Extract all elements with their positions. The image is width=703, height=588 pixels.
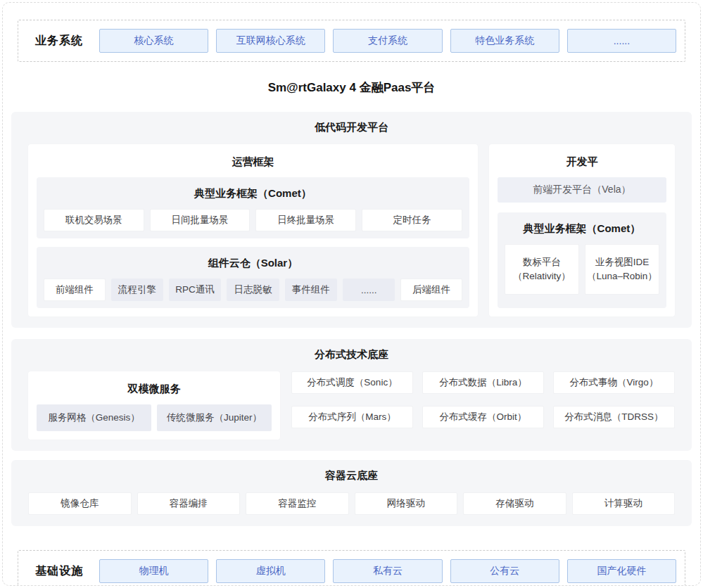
business-system-button[interactable]: 特色业务系统: [450, 29, 559, 53]
vela-frontend-platform-button[interactable]: 前端开发平台（Vela）: [498, 177, 666, 203]
solar-warehouse-title: 组件云仓（Solar）: [44, 257, 462, 270]
operation-framework-title: 运营框架: [37, 155, 469, 169]
luna-robin-name: 业务视图IDE: [595, 255, 650, 269]
luna-robin-codename: （Luna–Robin）: [587, 269, 657, 283]
operation-framework-card: 运营框架 典型业务框架（Comet） 联机交易场景 日间批量场景 日终批量场景 …: [28, 144, 478, 317]
comet-scene-button[interactable]: 联机交易场景: [44, 209, 144, 231]
solar-component-button[interactable]: RPC通讯: [169, 279, 221, 301]
distributed-service-button[interactable]: 分布式序列（Mars）: [291, 406, 413, 428]
infrastructure-button[interactable]: 国产化硬件: [567, 559, 676, 583]
business-system-button[interactable]: 核心系统: [99, 29, 208, 53]
solar-component-button[interactable]: 流程引擎: [111, 279, 163, 301]
luna-robin-ide-button[interactable]: 业务视图IDE （Luna–Robin）: [585, 244, 659, 295]
distributed-service-button[interactable]: 分布式调度（Sonic）: [291, 371, 413, 394]
distributed-base-title: 分布式技术底座: [28, 348, 675, 362]
container-capability-button[interactable]: 计算驱动: [572, 492, 676, 515]
page-title: Sm@rtGalaxy 4 金融Paas平台: [3, 79, 700, 96]
dev-platform-title: 开发平: [498, 155, 666, 169]
relativity-codename: （Relativity）: [513, 269, 571, 283]
infrastructure-button[interactable]: 物理机: [99, 559, 208, 583]
infrastructure-strip: 基础设施 物理机 虚拟机 私有云 公有云 国产化硬件: [18, 550, 685, 586]
lowcode-platform-title: 低代码开发平台: [28, 121, 675, 134]
distributed-service-button[interactable]: 分布式数据（Libra）: [422, 371, 544, 394]
container-capability-button[interactable]: 容器监控: [246, 492, 349, 515]
solar-component-button[interactable]: 日志脱敏: [227, 279, 279, 301]
comet-framework-title: 典型业务框架（Comet）: [44, 187, 462, 200]
dev-comet-title: 典型业务框架（Comet）: [505, 222, 659, 236]
distributed-service-button[interactable]: 分布式消息（TDRSS）: [553, 406, 675, 428]
business-systems-strip: 业务系统 核心系统 互联网核心系统 支付系统 特色业务系统 ......: [18, 20, 685, 62]
container-capability-button[interactable]: 容器编排: [137, 492, 241, 515]
infrastructure-button[interactable]: 公有云: [450, 559, 559, 583]
infrastructure-label: 基础设施: [27, 564, 91, 579]
dual-mode-microservice-card: 双模微服务 服务网格（Genesis） 传统微服务（Jupiter）: [28, 371, 280, 440]
container-capability-button[interactable]: 存储驱动: [463, 492, 566, 515]
platform-architecture-page: 业务系统 核心系统 互联网核心系统 支付系统 特色业务系统 ...... Sm@…: [2, 2, 701, 586]
distributed-services-grid: 分布式调度（Sonic） 分布式数据（Libra） 分布式事物（Virgo） 分…: [291, 371, 675, 428]
solar-front-component-button[interactable]: 前端组件: [44, 279, 106, 301]
infrastructure-button[interactable]: 虚拟机: [216, 559, 325, 583]
relativity-name: 数标平台: [523, 255, 561, 269]
comet-framework-subcard: 典型业务框架（Comet） 联机交易场景 日间批量场景 日终批量场景 定时任务: [37, 177, 469, 238]
comet-scene-button[interactable]: 定时任务: [362, 209, 462, 231]
relativity-platform-button[interactable]: 数标平台 （Relativity）: [505, 244, 579, 295]
comet-scene-button[interactable]: 日终批量场景: [255, 209, 356, 231]
container-cloud-title: 容器云底座: [28, 469, 675, 482]
dev-platform-card: 开发平 前端开发平台（Vela） 典型业务框架（Comet） 数标平台 （Rel…: [489, 144, 675, 317]
solar-component-button[interactable]: 事件组件: [285, 279, 337, 301]
solar-back-component-button[interactable]: 后端组件: [400, 279, 462, 301]
lowcode-platform-panel: 低代码开发平台 运营框架 典型业务框架（Comet） 联机交易场景 日间批量场景…: [11, 112, 692, 328]
jupiter-microservice-button[interactable]: 传统微服务（Jupiter）: [157, 404, 272, 431]
dual-mode-title: 双模微服务: [37, 383, 272, 396]
business-systems-label: 业务系统: [27, 34, 91, 49]
comet-scene-button[interactable]: 日间批量场景: [150, 209, 251, 231]
infrastructure-button[interactable]: 私有云: [333, 559, 442, 583]
container-cloud-panel: 容器云底座 镜像仓库 容器编排 容器监控 网络驱动 存储驱动 计算驱动: [11, 460, 692, 526]
container-capability-button[interactable]: 网络驱动: [355, 492, 458, 515]
business-system-button[interactable]: 支付系统: [333, 29, 442, 53]
distributed-service-button[interactable]: 分布式事物（Virgo）: [553, 371, 675, 394]
business-system-button-more[interactable]: ......: [567, 29, 676, 53]
container-capability-button[interactable]: 镜像仓库: [28, 492, 132, 515]
genesis-service-mesh-button[interactable]: 服务网格（Genesis）: [37, 404, 151, 431]
business-system-button[interactable]: 互联网核心系统: [216, 29, 325, 53]
dev-comet-subcard: 典型业务框架（Comet） 数标平台 （Relativity） 业务视图IDE …: [498, 212, 666, 308]
solar-component-button-more[interactable]: ......: [343, 279, 395, 301]
distributed-base-panel: 分布式技术底座 双模微服务 服务网格（Genesis） 传统微服务（Jupite…: [11, 339, 692, 451]
distributed-service-button[interactable]: 分布式缓存（Orbit）: [422, 406, 544, 428]
solar-warehouse-subcard: 组件云仓（Solar） 前端组件 流程引擎 RPC通讯 日志脱敏 事件组件 ..…: [37, 247, 469, 308]
